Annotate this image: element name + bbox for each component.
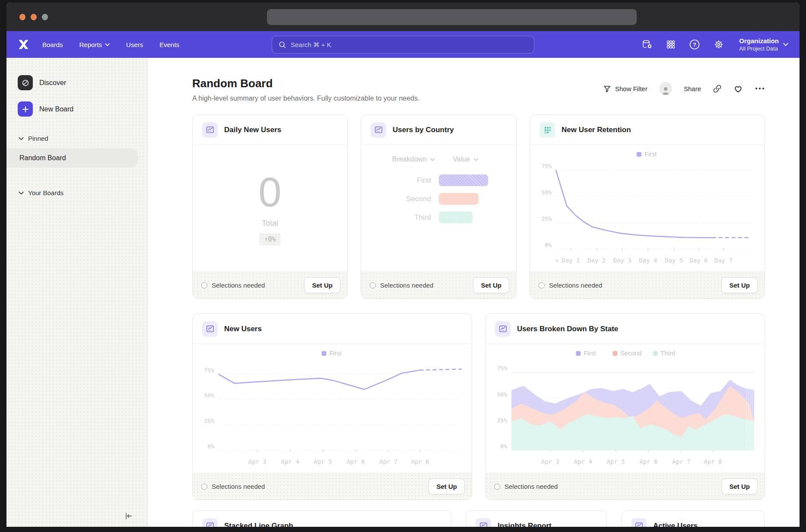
svg-text:Apr 8: Apr 8 xyxy=(411,458,429,465)
line-chart-icon xyxy=(495,321,511,337)
search-input[interactable] xyxy=(291,41,528,48)
svg-text:25%: 25% xyxy=(542,215,552,222)
metric-label: Total xyxy=(262,219,278,228)
svg-text:First: First xyxy=(644,151,657,158)
browser-address-bar[interactable] xyxy=(267,9,637,25)
organization-switcher[interactable]: Organization All Project Data xyxy=(739,37,788,52)
svg-text:Apr 3: Apr 3 xyxy=(541,458,559,465)
bar-third xyxy=(439,212,473,223)
svg-text:Third: Third xyxy=(661,350,675,357)
compass-icon xyxy=(18,75,33,90)
new-users-chart: First75%50%25%0%Apr 3Apr 4Apr 5Apr 6Apr … xyxy=(193,344,472,473)
svg-text:Apr 4: Apr 4 xyxy=(281,458,299,465)
mixpanel-logo-icon[interactable] xyxy=(18,39,29,50)
card-title: Users Broken Down By State xyxy=(517,325,618,333)
retention-dots-grid-icon xyxy=(539,122,555,138)
card-title: Stacked Line Graph xyxy=(224,522,293,527)
copy-link-icon[interactable] xyxy=(713,84,722,93)
svg-text:75%: 75% xyxy=(497,365,508,371)
card-title: New User Retention xyxy=(562,126,631,134)
status-circle-icon xyxy=(201,282,207,288)
svg-text:25%: 25% xyxy=(204,418,215,424)
show-filter-label: Show Filter xyxy=(615,85,647,92)
sidebar: Discover New Board Pinned Random Board Y… xyxy=(6,58,148,527)
svg-text:Day 2: Day 2 xyxy=(587,257,606,264)
chevron-down-icon xyxy=(105,43,110,46)
svg-text:Apr 7: Apr 7 xyxy=(672,458,690,465)
nav-item-events[interactable]: Events xyxy=(159,41,179,48)
bar-first xyxy=(439,174,488,186)
svg-text:0%: 0% xyxy=(545,242,552,248)
sidebar-section-pinned[interactable]: Pinned xyxy=(19,135,148,142)
svg-text:Apr 4: Apr 4 xyxy=(574,458,592,465)
show-filter-button[interactable]: Show Filter xyxy=(603,85,647,93)
funnel-icon xyxy=(603,85,611,93)
section-label: Pinned xyxy=(28,135,48,142)
page-title: Random Board xyxy=(192,77,419,90)
svg-text:Day 7: Day 7 xyxy=(714,257,733,264)
line-chart-icon xyxy=(371,122,386,138)
favorite-heart-icon[interactable] xyxy=(733,84,743,93)
card-insights-report: Insights Report xyxy=(466,510,607,527)
sidebar-item-label: New Board xyxy=(39,105,73,113)
card-active-users: Active Users xyxy=(621,510,765,527)
set-up-button[interactable]: Set Up xyxy=(721,478,758,494)
app-navbar: Boards Reports Users Events xyxy=(6,31,800,58)
svg-text:Second: Second xyxy=(620,350,641,357)
table-row: Second xyxy=(361,193,516,205)
card-title: Insights Report xyxy=(498,522,552,527)
svg-text:50%: 50% xyxy=(542,189,552,196)
settings-gear-icon[interactable] xyxy=(713,39,724,50)
close-button[interactable] xyxy=(19,14,25,20)
set-up-button[interactable]: Set Up xyxy=(304,277,340,293)
line-chart-icon xyxy=(202,122,218,138)
value-dropdown[interactable]: Value xyxy=(453,155,478,163)
svg-text:?: ? xyxy=(693,41,696,48)
traffic-lights xyxy=(19,14,48,20)
metric-delta-badge: ↑0% xyxy=(259,233,280,245)
set-up-button[interactable]: Set Up xyxy=(721,277,758,293)
card-title: Active Users xyxy=(653,522,698,527)
page-subtitle: A high-level summary of user behaviors. … xyxy=(192,95,419,102)
status-selections-needed: Selections needed xyxy=(201,483,265,490)
card-new-user-retention: New User Retention First75%50%25%0%<Day … xyxy=(530,114,765,299)
plus-icon xyxy=(18,101,33,117)
breakdown-dropdown[interactable]: Breakdown xyxy=(392,155,435,163)
nav-items: Boards Reports Users Events xyxy=(42,41,179,48)
sidebar-item-new-board[interactable]: New Board xyxy=(18,101,148,117)
navbar-right: ? Organization All Project Data xyxy=(641,37,788,52)
card-users-by-country: Users by Country Breakdown Value xyxy=(361,114,517,299)
organization-name: Organization xyxy=(739,37,779,45)
svg-text:Apr 5: Apr 5 xyxy=(314,458,332,465)
svg-text:Day 1: Day 1 xyxy=(562,257,580,264)
sidebar-section-your-boards[interactable]: Your Boards xyxy=(19,189,148,196)
svg-text:75%: 75% xyxy=(542,163,552,169)
avatar[interactable] xyxy=(659,82,672,95)
sidebar-collapse-icon[interactable] xyxy=(124,511,133,521)
data-management-icon[interactable] xyxy=(641,39,653,50)
more-options-icon[interactable] xyxy=(755,87,765,90)
nav-item-users[interactable]: Users xyxy=(126,41,143,48)
board-link-label: Random Board xyxy=(19,154,66,162)
chevron-down-icon xyxy=(430,158,435,161)
nav-item-boards[interactable]: Boards xyxy=(42,41,63,48)
help-icon[interactable]: ? xyxy=(689,39,700,50)
set-up-button[interactable]: Set Up xyxy=(428,478,465,494)
svg-text:0%: 0% xyxy=(500,443,507,450)
global-search[interactable] xyxy=(272,36,534,54)
search-icon xyxy=(278,41,286,49)
minimize-button[interactable] xyxy=(31,14,37,20)
apps-grid-icon[interactable] xyxy=(666,39,676,50)
set-up-button[interactable]: Set Up xyxy=(473,277,509,293)
share-button[interactable]: Share xyxy=(684,85,701,92)
svg-text:Apr 3: Apr 3 xyxy=(248,458,267,465)
card-users-by-state: Users Broken Down By State FirstSecondTh… xyxy=(485,314,765,500)
sidebar-item-random-board[interactable]: Random Board xyxy=(6,148,138,168)
nav-label: Users xyxy=(126,41,143,48)
browser-window: Boards Reports Users Events xyxy=(6,3,800,527)
sidebar-item-discover[interactable]: Discover xyxy=(18,75,148,90)
fullscreen-button[interactable] xyxy=(42,14,48,20)
svg-text:Day 4: Day 4 xyxy=(639,257,657,264)
card-title: Daily New Users xyxy=(224,126,281,134)
nav-item-reports[interactable]: Reports xyxy=(79,41,110,48)
